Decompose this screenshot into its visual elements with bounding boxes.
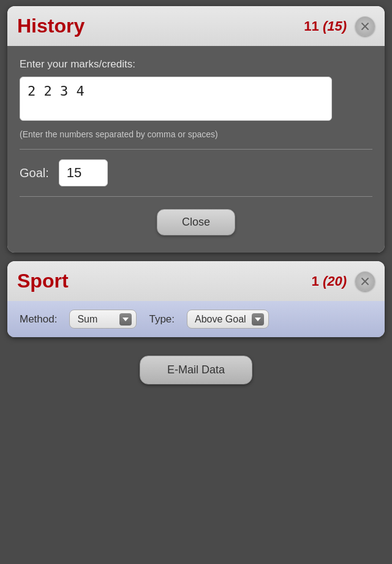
type-label: Type:: [149, 313, 175, 326]
history-card-body: Enter your marks/credits: 2 2 3 4 (Enter…: [7, 46, 385, 253]
history-close-button[interactable]: [355, 17, 375, 36]
sport-count: 1 (20): [312, 273, 347, 289]
marks-label: Enter your marks/credits:: [20, 58, 372, 70]
history-close-icon[interactable]: [355, 17, 375, 36]
marks-hint: (Enter the numbers separated by comma or…: [20, 129, 372, 139]
method-select[interactable]: Sum Average Count: [69, 310, 137, 329]
goal-input[interactable]: [59, 159, 108, 186]
close-button[interactable]: Close: [157, 209, 235, 235]
goal-label: Goal:: [20, 166, 49, 180]
history-title: History: [17, 15, 85, 37]
sport-card: Sport 1 (20) Method: Sum Average Count T…: [7, 261, 385, 337]
method-select-wrapper: Sum Average Count: [69, 310, 137, 329]
history-card: History 11 (15) Enter your marks/credits…: [7, 6, 385, 253]
history-card-header: History 11 (15): [7, 6, 385, 46]
method-label: Method:: [20, 313, 57, 326]
email-data-button[interactable]: E-Mail Data: [140, 356, 252, 384]
goal-row: Goal:: [20, 159, 372, 186]
marks-input[interactable]: 2 2 3 4: [20, 77, 332, 121]
sport-close-button[interactable]: [355, 272, 375, 291]
sport-controls-bar: Method: Sum Average Count Type: Above Go…: [7, 301, 385, 337]
history-count: 11 (15): [304, 18, 347, 34]
sport-card-header: Sport 1 (20): [7, 261, 385, 301]
sport-close-icon[interactable]: [355, 272, 375, 291]
divider-2: [20, 196, 372, 197]
type-select-wrapper: Above Goal Below Goal Equal Goal: [187, 310, 269, 329]
type-select[interactable]: Above Goal Below Goal Equal Goal: [187, 310, 269, 329]
sport-title: Sport: [17, 270, 69, 292]
divider-1: [20, 149, 372, 150]
